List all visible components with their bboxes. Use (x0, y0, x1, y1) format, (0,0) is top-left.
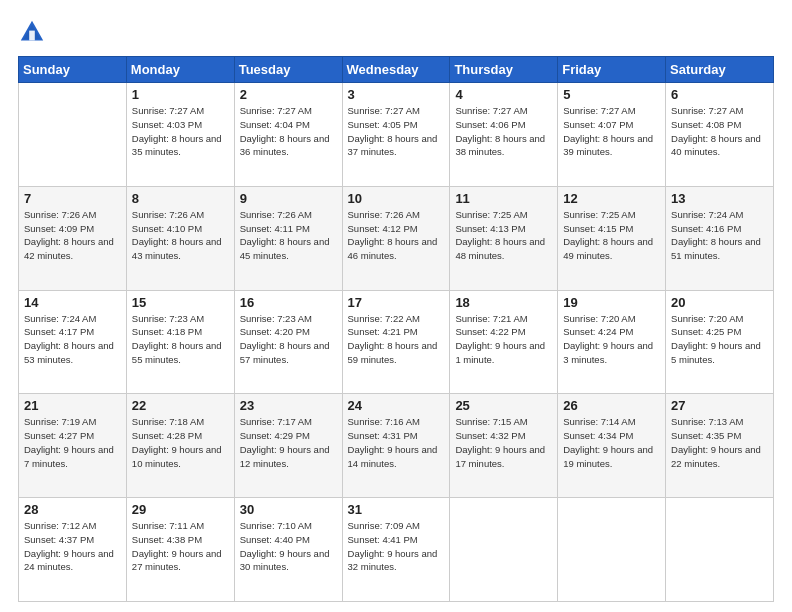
day-number: 22 (132, 398, 229, 413)
day-number: 28 (24, 502, 121, 517)
calendar-week-row: 14Sunrise: 7:24 AMSunset: 4:17 PMDayligh… (19, 290, 774, 394)
day-number: 5 (563, 87, 660, 102)
page: SundayMondayTuesdayWednesdayThursdayFrid… (0, 0, 792, 612)
day-info: Sunrise: 7:17 AMSunset: 4:29 PMDaylight:… (240, 415, 337, 470)
day-number: 27 (671, 398, 768, 413)
day-info: Sunrise: 7:16 AMSunset: 4:31 PMDaylight:… (348, 415, 445, 470)
calendar-header-monday: Monday (126, 57, 234, 83)
day-number: 10 (348, 191, 445, 206)
day-number: 8 (132, 191, 229, 206)
day-info: Sunrise: 7:21 AMSunset: 4:22 PMDaylight:… (455, 312, 552, 367)
day-info: Sunrise: 7:23 AMSunset: 4:18 PMDaylight:… (132, 312, 229, 367)
calendar-cell: 1Sunrise: 7:27 AMSunset: 4:03 PMDaylight… (126, 83, 234, 187)
day-info: Sunrise: 7:27 AMSunset: 4:05 PMDaylight:… (348, 104, 445, 159)
header (18, 18, 774, 46)
day-number: 30 (240, 502, 337, 517)
day-info: Sunrise: 7:25 AMSunset: 4:13 PMDaylight:… (455, 208, 552, 263)
calendar-cell: 13Sunrise: 7:24 AMSunset: 4:16 PMDayligh… (666, 186, 774, 290)
day-number: 20 (671, 295, 768, 310)
day-info: Sunrise: 7:20 AMSunset: 4:25 PMDaylight:… (671, 312, 768, 367)
calendar-cell: 10Sunrise: 7:26 AMSunset: 4:12 PMDayligh… (342, 186, 450, 290)
calendar-cell: 18Sunrise: 7:21 AMSunset: 4:22 PMDayligh… (450, 290, 558, 394)
calendar-header-saturday: Saturday (666, 57, 774, 83)
calendar-table: SundayMondayTuesdayWednesdayThursdayFrid… (18, 56, 774, 602)
day-number: 4 (455, 87, 552, 102)
day-number: 7 (24, 191, 121, 206)
calendar-cell: 11Sunrise: 7:25 AMSunset: 4:13 PMDayligh… (450, 186, 558, 290)
calendar-cell: 15Sunrise: 7:23 AMSunset: 4:18 PMDayligh… (126, 290, 234, 394)
day-number: 26 (563, 398, 660, 413)
calendar-cell: 4Sunrise: 7:27 AMSunset: 4:06 PMDaylight… (450, 83, 558, 187)
day-number: 9 (240, 191, 337, 206)
calendar-header-sunday: Sunday (19, 57, 127, 83)
day-number: 29 (132, 502, 229, 517)
day-info: Sunrise: 7:26 AMSunset: 4:10 PMDaylight:… (132, 208, 229, 263)
calendar-week-row: 7Sunrise: 7:26 AMSunset: 4:09 PMDaylight… (19, 186, 774, 290)
day-info: Sunrise: 7:20 AMSunset: 4:24 PMDaylight:… (563, 312, 660, 367)
calendar-cell: 9Sunrise: 7:26 AMSunset: 4:11 PMDaylight… (234, 186, 342, 290)
calendar-cell: 28Sunrise: 7:12 AMSunset: 4:37 PMDayligh… (19, 498, 127, 602)
calendar-cell: 19Sunrise: 7:20 AMSunset: 4:24 PMDayligh… (558, 290, 666, 394)
logo-icon (18, 18, 46, 46)
calendar-week-row: 28Sunrise: 7:12 AMSunset: 4:37 PMDayligh… (19, 498, 774, 602)
calendar-header-row: SundayMondayTuesdayWednesdayThursdayFrid… (19, 57, 774, 83)
day-info: Sunrise: 7:25 AMSunset: 4:15 PMDaylight:… (563, 208, 660, 263)
day-info: Sunrise: 7:27 AMSunset: 4:07 PMDaylight:… (563, 104, 660, 159)
calendar-cell: 20Sunrise: 7:20 AMSunset: 4:25 PMDayligh… (666, 290, 774, 394)
day-number: 21 (24, 398, 121, 413)
calendar-cell (450, 498, 558, 602)
calendar-cell: 26Sunrise: 7:14 AMSunset: 4:34 PMDayligh… (558, 394, 666, 498)
day-number: 31 (348, 502, 445, 517)
day-info: Sunrise: 7:18 AMSunset: 4:28 PMDaylight:… (132, 415, 229, 470)
calendar-cell: 5Sunrise: 7:27 AMSunset: 4:07 PMDaylight… (558, 83, 666, 187)
day-info: Sunrise: 7:11 AMSunset: 4:38 PMDaylight:… (132, 519, 229, 574)
calendar-cell: 29Sunrise: 7:11 AMSunset: 4:38 PMDayligh… (126, 498, 234, 602)
day-info: Sunrise: 7:27 AMSunset: 4:04 PMDaylight:… (240, 104, 337, 159)
day-info: Sunrise: 7:26 AMSunset: 4:12 PMDaylight:… (348, 208, 445, 263)
day-number: 11 (455, 191, 552, 206)
day-number: 3 (348, 87, 445, 102)
calendar-cell: 17Sunrise: 7:22 AMSunset: 4:21 PMDayligh… (342, 290, 450, 394)
day-info: Sunrise: 7:12 AMSunset: 4:37 PMDaylight:… (24, 519, 121, 574)
day-number: 18 (455, 295, 552, 310)
day-number: 6 (671, 87, 768, 102)
day-info: Sunrise: 7:23 AMSunset: 4:20 PMDaylight:… (240, 312, 337, 367)
day-number: 24 (348, 398, 445, 413)
day-info: Sunrise: 7:24 AMSunset: 4:17 PMDaylight:… (24, 312, 121, 367)
calendar-cell: 22Sunrise: 7:18 AMSunset: 4:28 PMDayligh… (126, 394, 234, 498)
day-info: Sunrise: 7:22 AMSunset: 4:21 PMDaylight:… (348, 312, 445, 367)
calendar-cell (19, 83, 127, 187)
calendar-cell: 3Sunrise: 7:27 AMSunset: 4:05 PMDaylight… (342, 83, 450, 187)
day-info: Sunrise: 7:19 AMSunset: 4:27 PMDaylight:… (24, 415, 121, 470)
calendar-cell: 27Sunrise: 7:13 AMSunset: 4:35 PMDayligh… (666, 394, 774, 498)
day-number: 23 (240, 398, 337, 413)
day-number: 2 (240, 87, 337, 102)
calendar-cell (558, 498, 666, 602)
calendar-cell: 21Sunrise: 7:19 AMSunset: 4:27 PMDayligh… (19, 394, 127, 498)
calendar-cell: 6Sunrise: 7:27 AMSunset: 4:08 PMDaylight… (666, 83, 774, 187)
calendar-cell: 14Sunrise: 7:24 AMSunset: 4:17 PMDayligh… (19, 290, 127, 394)
day-info: Sunrise: 7:09 AMSunset: 4:41 PMDaylight:… (348, 519, 445, 574)
day-info: Sunrise: 7:27 AMSunset: 4:06 PMDaylight:… (455, 104, 552, 159)
svg-rect-2 (29, 31, 35, 41)
calendar-cell: 7Sunrise: 7:26 AMSunset: 4:09 PMDaylight… (19, 186, 127, 290)
calendar-cell: 2Sunrise: 7:27 AMSunset: 4:04 PMDaylight… (234, 83, 342, 187)
calendar-week-row: 21Sunrise: 7:19 AMSunset: 4:27 PMDayligh… (19, 394, 774, 498)
calendar-header-tuesday: Tuesday (234, 57, 342, 83)
calendar-cell: 16Sunrise: 7:23 AMSunset: 4:20 PMDayligh… (234, 290, 342, 394)
calendar-cell: 8Sunrise: 7:26 AMSunset: 4:10 PMDaylight… (126, 186, 234, 290)
day-number: 15 (132, 295, 229, 310)
calendar-week-row: 1Sunrise: 7:27 AMSunset: 4:03 PMDaylight… (19, 83, 774, 187)
day-info: Sunrise: 7:15 AMSunset: 4:32 PMDaylight:… (455, 415, 552, 470)
day-number: 13 (671, 191, 768, 206)
day-info: Sunrise: 7:26 AMSunset: 4:09 PMDaylight:… (24, 208, 121, 263)
day-number: 19 (563, 295, 660, 310)
day-info: Sunrise: 7:13 AMSunset: 4:35 PMDaylight:… (671, 415, 768, 470)
logo (18, 18, 50, 46)
day-info: Sunrise: 7:10 AMSunset: 4:40 PMDaylight:… (240, 519, 337, 574)
day-number: 16 (240, 295, 337, 310)
calendar-cell: 12Sunrise: 7:25 AMSunset: 4:15 PMDayligh… (558, 186, 666, 290)
day-info: Sunrise: 7:14 AMSunset: 4:34 PMDaylight:… (563, 415, 660, 470)
calendar-cell: 24Sunrise: 7:16 AMSunset: 4:31 PMDayligh… (342, 394, 450, 498)
day-number: 14 (24, 295, 121, 310)
